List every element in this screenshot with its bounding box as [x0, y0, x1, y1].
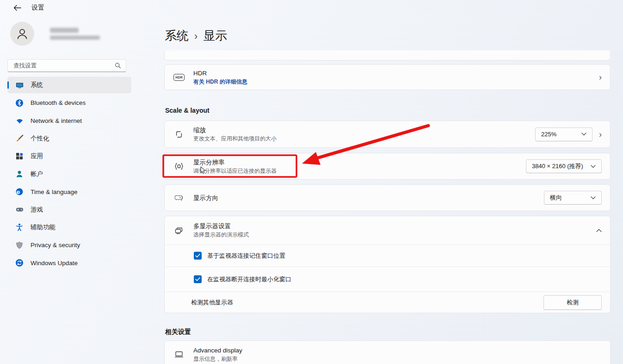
section-related-settings: 相关设置: [165, 328, 191, 336]
multi-display-icon: [174, 225, 184, 236]
sidebar-item-label: Windows Update: [31, 260, 78, 267]
sidebar-item-personalization[interactable]: 个性化: [7, 130, 131, 147]
scale-icon: [174, 129, 184, 140]
game-controller-icon: [15, 205, 24, 214]
hdr-info-link[interactable]: 有关 HDR 的详细信息: [193, 78, 592, 85]
profile-text-blurred: [50, 28, 100, 40]
settings-search[interactable]: [7, 59, 126, 72]
sidebar-item-gaming[interactable]: 游戏: [7, 201, 131, 218]
advanced-display-subtitle: 显示信息，刷新率: [193, 355, 602, 363]
breadcrumb-separator: ›: [194, 30, 197, 42]
resolution-row[interactable]: 显示分辨率 调整分辨率以适应已连接的显示器 3840 × 2160 (推荐): [164, 153, 611, 180]
sidebar-item-system[interactable]: 系统: [7, 77, 131, 93]
wifi-icon: [15, 116, 24, 125]
search-icon: [115, 62, 121, 69]
account-person-icon: [15, 170, 24, 179]
resolution-subtitle: 调整分辨率以适应已连接的显示器: [193, 167, 526, 175]
sidebar-item-label: 系统: [31, 81, 43, 89]
multi-display-group: 多显示器设置 选择显示器的演示模式 基于监视器连接记住窗口位置 在监视器断开连接…: [164, 216, 611, 313]
resolution-title: 显示分辨率: [193, 158, 526, 166]
breadcrumb-current: 显示: [203, 28, 227, 44]
chevron-right-icon: ›: [599, 130, 602, 139]
sidebar-item-apps[interactable]: 应用: [7, 148, 131, 164]
multi-display-subtitle: 选择显示器的演示模式: [193, 231, 596, 238]
update-arrows-icon: [15, 258, 24, 267]
checkbox-checked-icon[interactable]: [194, 275, 202, 283]
sidebar-item-windows-update[interactable]: Windows Update: [7, 255, 131, 271]
sidebar-item-label: 帐户: [31, 170, 43, 178]
sidebar-item-label: 辅助功能: [31, 223, 56, 231]
chevron-down-icon: [591, 165, 596, 168]
multi-display-header-row[interactable]: 多显示器设置 选择显示器的演示模式: [165, 216, 610, 244]
sidebar-item-accounts[interactable]: 帐户: [7, 166, 131, 182]
sidebar-item-label: 游戏: [31, 206, 43, 214]
hdr-title: HDR: [193, 69, 592, 77]
title-bar: 设置: [13, 4, 44, 12]
profile-email-redacted: [50, 36, 100, 40]
avatar: [10, 22, 34, 46]
search-input[interactable]: [12, 62, 115, 69]
profile-name-redacted: [50, 28, 79, 33]
bluetooth-icon: [15, 98, 24, 108]
orientation-icon: [174, 193, 184, 203]
settings-window: 设置 系统: [0, 0, 623, 364]
arrow-left-icon: [13, 5, 21, 11]
hdr-icon: HDR: [174, 72, 184, 82]
scale-dropdown[interactable]: 225%: [535, 127, 592, 141]
sidebar-item-label: Bluetooth & devices: [31, 99, 86, 106]
scale-value: 225%: [541, 131, 556, 138]
advanced-display-icon: [174, 349, 184, 359]
sidebar-item-time-language[interactable]: Time & language: [7, 183, 131, 200]
detect-button[interactable]: 检测: [543, 295, 602, 310]
paintbrush-icon: [15, 134, 24, 143]
breadcrumb-parent[interactable]: 系统: [165, 28, 189, 44]
sidebar-item-label: 个性化: [31, 134, 49, 143]
apps-grid-icon: [15, 152, 24, 161]
scale-row[interactable]: 缩放 更改文本、应用和其他项目的大小 225% ›: [164, 121, 611, 148]
multi-display-title: 多显示器设置: [193, 222, 596, 230]
remember-window-row[interactable]: 基于监视器连接记住窗口位置: [165, 244, 610, 267]
detect-displays-row: 检测其他显示器 检测: [165, 291, 610, 313]
scale-subtitle: 更改文本、应用和其他项目的大小: [193, 135, 535, 142]
resolution-value: 3840 × 2160 (推荐): [532, 162, 583, 170]
minimize-window-row[interactable]: 在监视器断开连接时最小化窗口: [165, 267, 610, 291]
chevron-up-icon[interactable]: [596, 229, 602, 232]
resolution-icon: [174, 161, 184, 171]
partial-row-above: [164, 50, 611, 61]
orientation-title: 显示方向: [193, 194, 544, 202]
shield-icon: [15, 241, 24, 250]
hdr-row[interactable]: HDR HDR 有关 HDR 的详细信息 ›: [164, 64, 611, 90]
orientation-row[interactable]: 显示方向 横向: [164, 184, 611, 211]
checkbox-checked-icon[interactable]: [194, 252, 202, 260]
accessibility-person-icon: [15, 223, 24, 232]
resolution-dropdown[interactable]: 3840 × 2160 (推荐): [526, 159, 602, 173]
sidebar-nav: 系统 Bluetooth & devices Network & interne…: [7, 77, 131, 273]
user-profile[interactable]: [10, 22, 100, 46]
advanced-display-title: Advanced display: [193, 346, 602, 354]
chevron-down-icon: [591, 196, 596, 200]
sidebar-item-label: 应用: [31, 152, 43, 160]
system-monitor-icon: [15, 80, 24, 90]
sidebar-item-privacy-security[interactable]: Privacy & security: [7, 237, 131, 254]
minimize-window-label: 在监视器断开连接时最小化窗口: [207, 275, 291, 284]
app-title: 设置: [31, 4, 44, 12]
sidebar-item-label: Privacy & security: [31, 242, 80, 249]
selection-accent-pill: [7, 81, 9, 89]
remember-window-label: 基于监视器连接记住窗口位置: [207, 252, 285, 260]
clock-globe-icon: [15, 187, 24, 196]
scale-title: 缩放: [193, 126, 535, 134]
orientation-value: 横向: [550, 194, 562, 202]
sidebar-item-network-internet[interactable]: Network & internet: [7, 112, 131, 129]
back-button[interactable]: [13, 4, 21, 12]
detect-displays-label: 检测其他显示器: [191, 298, 543, 307]
chevron-down-icon: [581, 133, 586, 136]
orientation-dropdown[interactable]: 横向: [544, 191, 602, 205]
person-icon: [15, 27, 29, 41]
sidebar-item-accessibility[interactable]: 辅助功能: [7, 219, 131, 236]
advanced-display-row[interactable]: Advanced display 显示信息，刷新率: [164, 340, 611, 364]
sidebar-item-bluetooth-devices[interactable]: Bluetooth & devices: [7, 95, 131, 111]
sidebar-item-label: Time & language: [31, 188, 78, 195]
sidebar-item-label: Network & internet: [31, 117, 82, 124]
breadcrumb: 系统 › 显示: [165, 28, 227, 44]
section-scale-layout: Scale & layout: [165, 107, 210, 114]
